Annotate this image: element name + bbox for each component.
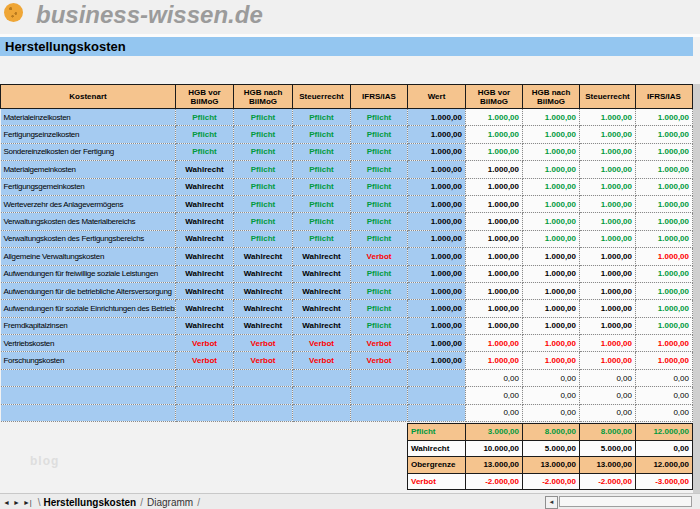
- rule-cell[interactable]: Pflicht: [351, 317, 408, 334]
- value-cell[interactable]: 1.000,00: [580, 282, 636, 299]
- wert-cell[interactable]: 1.000,00: [408, 265, 466, 282]
- empty-cell[interactable]: [293, 369, 351, 386]
- value-cell[interactable]: 1.000,00: [523, 109, 580, 126]
- tab-nav-last-icon[interactable]: ►|: [23, 499, 32, 506]
- empty-cell[interactable]: [351, 404, 408, 421]
- value-cell[interactable]: 1.000,00: [580, 213, 636, 230]
- summary-value[interactable]: -2.000,00: [466, 473, 523, 490]
- rule-cell[interactable]: Pflicht: [234, 126, 293, 143]
- zero-cell[interactable]: 0,00: [636, 404, 693, 421]
- summary-value[interactable]: 12.000,00: [636, 457, 693, 474]
- kostenart-cell[interactable]: Verwaltungskosten des Fertigungsbereichs: [1, 230, 176, 247]
- wert-cell[interactable]: 1.000,00: [408, 126, 466, 143]
- rule-cell[interactable]: Verbot: [176, 335, 234, 352]
- summary-value[interactable]: 13.000,00: [523, 457, 580, 474]
- rule-cell[interactable]: Pflicht: [293, 178, 351, 195]
- header-ifrs-ias[interactable]: IFRS/IAS: [351, 85, 408, 109]
- value-cell[interactable]: 1.000,00: [523, 265, 580, 282]
- value-cell[interactable]: 1.000,00: [523, 248, 580, 265]
- zero-cell[interactable]: 0,00: [523, 404, 580, 421]
- value-cell[interactable]: 1.000,00: [636, 248, 693, 265]
- value-cell[interactable]: 1.000,00: [580, 265, 636, 282]
- wert-cell[interactable]: 1.000,00: [408, 161, 466, 178]
- rule-cell[interactable]: Wahlrecht: [176, 178, 234, 195]
- value-cell[interactable]: 1.000,00: [636, 126, 693, 143]
- wert-cell[interactable]: 1.000,00: [408, 213, 466, 230]
- value-cell[interactable]: 1.000,00: [636, 335, 693, 352]
- value-cell[interactable]: 1.000,00: [580, 335, 636, 352]
- value-cell[interactable]: 1.000,00: [580, 317, 636, 334]
- value-cell[interactable]: 1.000,00: [580, 300, 636, 317]
- value-cell[interactable]: 1.000,00: [523, 282, 580, 299]
- zero-cell[interactable]: 0,00: [523, 387, 580, 404]
- empty-cell[interactable]: [176, 369, 234, 386]
- value-cell[interactable]: 1.000,00: [580, 195, 636, 212]
- empty-cell[interactable]: [234, 387, 293, 404]
- rule-cell[interactable]: Pflicht: [351, 178, 408, 195]
- rule-cell[interactable]: Wahlrecht: [176, 300, 234, 317]
- value-cell[interactable]: 1.000,00: [466, 248, 523, 265]
- kostenart-cell[interactable]: Aufwendungen für freiwillige soziale Lei…: [1, 265, 176, 282]
- rule-cell[interactable]: Verbot: [351, 335, 408, 352]
- rule-cell[interactable]: Verbot: [176, 352, 234, 369]
- header-kostenart[interactable]: Kostenart: [1, 85, 176, 109]
- header-hgb-vor-bilmog-wert[interactable]: HGB vor BilMoG: [466, 85, 523, 109]
- value-cell[interactable]: 1.000,00: [523, 213, 580, 230]
- wert-cell[interactable]: 1.000,00: [408, 335, 466, 352]
- rule-cell[interactable]: Pflicht: [176, 126, 234, 143]
- tab-diagramm[interactable]: Diagramm: [147, 497, 193, 508]
- rule-cell[interactable]: Pflicht: [351, 109, 408, 126]
- value-cell[interactable]: 1.000,00: [580, 178, 636, 195]
- rule-cell[interactable]: Wahlrecht: [176, 265, 234, 282]
- rule-cell[interactable]: Pflicht: [234, 161, 293, 178]
- summary-value[interactable]: 5.000,00: [523, 440, 580, 457]
- summary-label[interactable]: Wahlrecht: [408, 440, 466, 457]
- empty-cell[interactable]: [234, 404, 293, 421]
- summary-value[interactable]: 13.000,00: [466, 457, 523, 474]
- rule-cell[interactable]: Pflicht: [351, 282, 408, 299]
- value-cell[interactable]: 1.000,00: [580, 230, 636, 247]
- rule-cell[interactable]: Pflicht: [176, 109, 234, 126]
- summary-value[interactable]: 13.000,00: [580, 457, 636, 474]
- value-cell[interactable]: 1.000,00: [466, 282, 523, 299]
- value-cell[interactable]: 1.000,00: [636, 230, 693, 247]
- rule-cell[interactable]: Wahlrecht: [176, 317, 234, 334]
- empty-cell[interactable]: [1, 369, 176, 386]
- value-cell[interactable]: 1.000,00: [466, 230, 523, 247]
- tab-nav-left-icon[interactable]: ◄: [3, 499, 10, 506]
- value-cell[interactable]: 1.000,00: [636, 213, 693, 230]
- empty-cell[interactable]: [1, 404, 176, 421]
- rule-cell[interactable]: Wahlrecht: [234, 282, 293, 299]
- kostenart-cell[interactable]: Werteverzehr des Anlagevermögens: [1, 195, 176, 212]
- summary-value[interactable]: 12.000,00: [636, 424, 693, 441]
- kostenart-cell[interactable]: Sondereinzelkosten der Fertigung: [1, 143, 176, 160]
- wert-cell[interactable]: 1.000,00: [408, 143, 466, 160]
- empty-cell[interactable]: [234, 369, 293, 386]
- tab-nav-right-icon[interactable]: ►: [13, 499, 20, 506]
- rule-cell[interactable]: Pflicht: [351, 213, 408, 230]
- kostenart-cell[interactable]: Forschungskosten: [1, 352, 176, 369]
- rule-cell[interactable]: Wahlrecht: [234, 300, 293, 317]
- value-cell[interactable]: 1.000,00: [580, 248, 636, 265]
- value-cell[interactable]: 1.000,00: [466, 317, 523, 334]
- zero-cell[interactable]: 0,00: [580, 387, 636, 404]
- rule-cell[interactable]: Wahlrecht: [176, 230, 234, 247]
- rule-cell[interactable]: Pflicht: [351, 161, 408, 178]
- value-cell[interactable]: 1.000,00: [636, 317, 693, 334]
- summary-value[interactable]: 5.000,00: [580, 440, 636, 457]
- value-cell[interactable]: 1.000,00: [466, 195, 523, 212]
- value-cell[interactable]: 1.000,00: [636, 195, 693, 212]
- rule-cell[interactable]: Wahlrecht: [176, 282, 234, 299]
- rule-cell[interactable]: Pflicht: [234, 213, 293, 230]
- rule-cell[interactable]: Pflicht: [293, 143, 351, 160]
- value-cell[interactable]: 1.000,00: [636, 265, 693, 282]
- rule-cell[interactable]: Verbot: [234, 352, 293, 369]
- hscroll-track[interactable]: [559, 496, 692, 507]
- rule-cell[interactable]: Pflicht: [234, 178, 293, 195]
- header-hgb-nach-bilmog-wert[interactable]: HGB nach BilMoG: [523, 85, 580, 109]
- rule-cell[interactable]: Pflicht: [234, 109, 293, 126]
- value-cell[interactable]: 1.000,00: [466, 213, 523, 230]
- wert-cell[interactable]: 1.000,00: [408, 300, 466, 317]
- rule-cell[interactable]: Wahlrecht: [293, 248, 351, 265]
- summary-label[interactable]: Obergrenze: [408, 457, 466, 474]
